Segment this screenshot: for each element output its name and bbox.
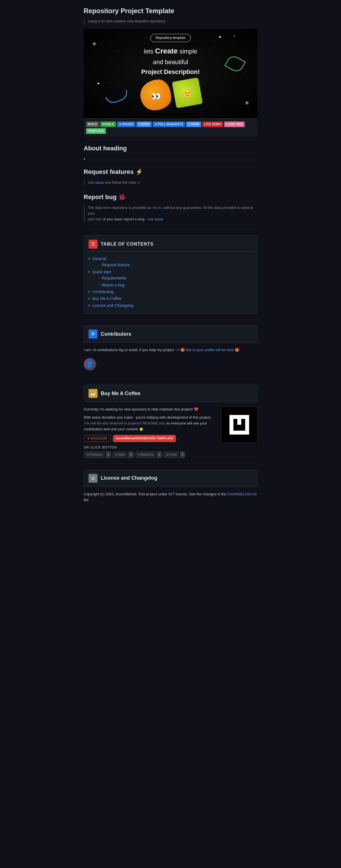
- license-header: ⚖ License and Changelog: [89, 474, 253, 483]
- coffee-line2: With every donation you make - you're he…: [84, 415, 217, 432]
- toc-header: ☰ TABLE OF CONTENTS: [89, 240, 253, 252]
- stat-stars[interactable]: ⊙ Stars 6: [112, 452, 134, 458]
- report-bug-section: Report bug 🐞 The data from repository is…: [84, 192, 257, 222]
- badge-issues-open[interactable]: 0 OPEN: [137, 122, 151, 127]
- toc-subitem-request-feature: Request feature: [98, 262, 253, 268]
- changelog-link[interactable]: CHANGELOG.md: [227, 492, 257, 496]
- coffee-header-inner: ☕ Buy Me A Coffee: [89, 389, 253, 398]
- badges-row: BUILD STABLE ⊙ ISSUES 0 OPEN ⊙ PULL REQU…: [84, 118, 257, 137]
- report-bug-end: - use: [145, 217, 155, 221]
- report-bug-issue-link[interactable]: issue: [155, 217, 163, 221]
- stars-label: ⊙ Stars: [113, 452, 128, 458]
- sponsor-row: ♥ SPONSOR KoninMikhail/DASHBOARD TEMPLAT…: [84, 435, 217, 442]
- stat-watchers[interactable]: ⊙ Watchers 1: [135, 452, 162, 458]
- toc-link-report-a-bug[interactable]: Report a bug: [102, 283, 125, 287]
- request-features-blockquote: Use issue and follow the rules :): [84, 180, 257, 186]
- sponsor-button[interactable]: ♥ SPONSOR: [84, 435, 111, 442]
- star-decoration-topleft: ✳: [92, 40, 96, 48]
- stars-count: 6: [128, 452, 133, 458]
- toc-subitem-requirements: Requirements: [98, 275, 253, 281]
- stat-followers[interactable]: ⊙ Followers 2: [84, 452, 111, 458]
- toc-link-quickstart[interactable]: Quick start: [92, 270, 111, 274]
- license-heading: License and Changelog: [101, 474, 158, 482]
- heart-icon: ♥: [226, 122, 228, 127]
- report-bug-blockquote: The data from repository is provided an …: [84, 205, 257, 222]
- list-icon: ☰: [91, 241, 95, 248]
- badge-issues[interactable]: ⊙ ISSUES: [117, 122, 135, 127]
- github-icon-forks: ⊙: [166, 452, 168, 457]
- coffee-body: Currently I'm seeking for new sponsors t…: [84, 407, 257, 458]
- period-text: .: [178, 435, 179, 441]
- toc-sublist-general: Request feature: [92, 262, 253, 268]
- stat-forks[interactable]: ⊙ Forks 0: [163, 452, 186, 458]
- toc-subitem-report-a-bug: Report a bug: [98, 282, 253, 288]
- contributors-profile-link[interactable]: link to your profile will be here: [186, 348, 234, 352]
- badge-pull-requests[interactable]: ⊙ PULL REQUESTS: [153, 122, 185, 127]
- blob-green-character: 🙂: [172, 78, 203, 108]
- hero-banner: Repository template lets Create simple a…: [84, 29, 257, 137]
- divider-3: [84, 319, 257, 320]
- contributor-avatar-image: 👤: [84, 358, 96, 370]
- coffee-line1: Currently I'm seeking for new sponsors t…: [84, 407, 217, 412]
- toc-item-buy-coffee: Buy Me A Coffee: [89, 296, 253, 302]
- badge-use-this[interactable]: ♥ USE THIS: [224, 122, 245, 127]
- stats-row: ⊙ Followers 2 ⊙ Stars 6: [84, 452, 217, 458]
- request-features-issue-link[interactable]: issue: [95, 180, 104, 185]
- or-click-label: OR CLICK BUTTON: [84, 445, 217, 450]
- request-features-heading: Request features ⚡: [84, 167, 257, 177]
- about-heading: About heading: [84, 143, 257, 153]
- hero-line2: and beautiful: [141, 57, 200, 67]
- hero-text: lets Create simple and beautiful Project…: [141, 45, 200, 77]
- toc-link-license[interactable]: License and Changelog: [92, 303, 134, 308]
- badge-template[interactable]: TEMPLATE: [86, 128, 106, 134]
- green-eyes: 🙂: [181, 87, 193, 101]
- contributors-section: ⚙ Contributors: [84, 326, 257, 343]
- forks-label: ⊙ Forks: [164, 452, 179, 458]
- toc-item-general: General Request feature: [89, 256, 253, 268]
- report-bug-heading: Report bug 🐞: [84, 192, 257, 202]
- badge-stable[interactable]: STABLE: [100, 122, 116, 127]
- license-section: ⚖ License and Changelog: [84, 470, 257, 487]
- badge-pr-open[interactable]: 0 OPEN: [186, 122, 201, 127]
- toc-link-general[interactable]: General: [92, 256, 107, 261]
- coffee-text: Currently I'm seeking for new sponsors t…: [84, 407, 217, 458]
- divider-1: [84, 160, 257, 160]
- coffee-section: ☕ Buy Me A Coffee Currently I'm seeking …: [84, 385, 257, 458]
- hero-inner: Repository template lets Create simple a…: [84, 29, 257, 118]
- mit-link[interactable]: MIT: [168, 492, 175, 496]
- toc-link-contributing[interactable]: Contributing: [92, 289, 114, 294]
- toc-link-request-feature[interactable]: Request feature: [102, 262, 130, 267]
- m-logo: [228, 413, 251, 436]
- toc-item-license: License and Changelog: [89, 302, 253, 309]
- divider-4: [84, 378, 257, 378]
- report-bug-bold: If you want report a bug: [103, 217, 144, 221]
- toc-list: General Request feature Quick start Requ…: [89, 256, 253, 309]
- repo-template-badge: Repository template: [150, 34, 191, 42]
- license-icon-box: ⚖: [89, 474, 97, 483]
- svg-rect-2: [237, 415, 241, 425]
- coffee-icon: ☕: [90, 390, 96, 397]
- star-decoration-topright: ●: [234, 34, 235, 38]
- report-bug-text2: own risk.: [88, 217, 104, 221]
- github-icon-followers: ⊙: [86, 452, 89, 457]
- coffee-icon-box: ☕: [89, 389, 97, 398]
- toc-link-buy-coffee[interactable]: Buy Me A Coffee: [92, 296, 122, 301]
- balance-icon: ⚖: [91, 474, 95, 482]
- contributors-icon-box: ⚙: [89, 330, 97, 339]
- toc-link-requirements[interactable]: Requirements: [102, 276, 126, 280]
- dashboard-badge[interactable]: KoninMikhail/DASHBOARD TEMPLATE: [113, 435, 176, 442]
- toc-item-contributing: Contributing: [89, 289, 253, 295]
- coffee-logo-box: [221, 407, 257, 443]
- license-text: Copyright (c) 2023, KoninMikhail. This p…: [84, 491, 257, 503]
- badge-build[interactable]: BUILD: [86, 122, 99, 127]
- followers-count: 2: [106, 452, 111, 458]
- contributors-heading: Contributors: [101, 330, 132, 338]
- watchers-count: 1: [157, 452, 162, 458]
- gear-icon: ⚙: [91, 331, 95, 338]
- contributor-avatar[interactable]: 👤: [84, 358, 96, 370]
- toc-title: TABLE OF CONTENTS: [101, 241, 153, 248]
- contributors-text: I am <3 contributions big or small. If y…: [84, 347, 257, 353]
- toc-item-quickstart: Quick start Requirements Report a bug: [89, 269, 253, 288]
- badge-live-demo[interactable]: LIVE DEMO: [202, 122, 223, 127]
- hero-characters: 👀 🙂: [140, 80, 201, 110]
